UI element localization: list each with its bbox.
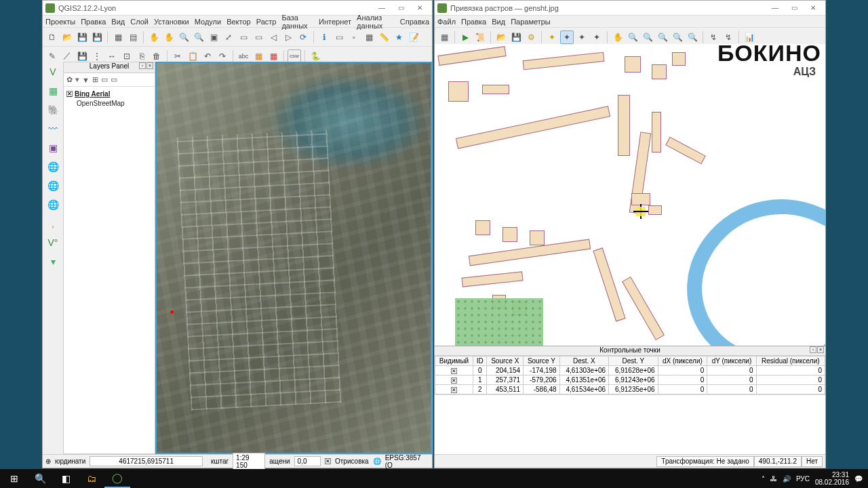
redo-button[interactable]: ↷ <box>216 49 229 63</box>
save-as-button[interactable]: 💾 <box>90 30 104 44</box>
menu-item[interactable]: Интернет <box>319 18 351 26</box>
add-vector-button[interactable]: V <box>45 64 60 79</box>
refresh-button[interactable]: ⟳ <box>296 30 310 44</box>
crs-icon[interactable]: 🌐 <box>373 458 381 465</box>
panel-float-button[interactable]: ▫ <box>139 62 146 69</box>
node-tool-button[interactable]: ⊡ <box>120 49 134 63</box>
save-gcp-button[interactable]: 💾 <box>509 30 523 44</box>
new-project-button[interactable]: 🗋 <box>45 30 59 44</box>
add-mssql-button[interactable]: ▣ <box>45 140 60 155</box>
settings-button[interactable]: ⚙ <box>524 30 538 44</box>
close-button[interactable]: ✕ <box>410 1 429 15</box>
paste-button[interactable]: 📋 <box>186 49 199 63</box>
lang-indicator[interactable]: РУС <box>796 475 810 483</box>
clock-time[interactable]: 23:31 <box>832 471 849 479</box>
zoom-last-button[interactable]: 🔍 <box>671 30 684 44</box>
clock-date[interactable]: 08.02.2016 <box>815 479 849 486</box>
map-canvas-left[interactable] <box>155 62 432 454</box>
menu-item[interactable]: Модули <box>195 18 221 26</box>
menu-item[interactable]: Установки <box>154 18 189 26</box>
label-button[interactable]: abc <box>237 49 250 63</box>
edit-button[interactable]: ／ <box>60 49 74 63</box>
tray-up-icon[interactable]: ˄ <box>762 475 765 483</box>
delete-point-button[interactable]: ✦ <box>560 30 574 44</box>
menu-item[interactable]: Файл <box>437 18 456 26</box>
move-feature-button[interactable]: ↔ <box>105 49 119 63</box>
annotation-button[interactable]: 📝 <box>407 30 420 44</box>
menu-item[interactable]: Слой <box>130 18 149 26</box>
filter-legend-button[interactable]: ▾ <box>75 75 79 84</box>
menu-item[interactable]: База данных <box>281 14 313 30</box>
copy-button[interactable]: ⎘ <box>135 49 149 63</box>
crs-label[interactable]: EPSG:3857 (O <box>385 454 429 469</box>
deselect-button[interactable]: ▫ <box>347 30 361 44</box>
start-button[interactable]: ⊞ <box>1 469 27 488</box>
th-dy[interactable]: Dest. Y <box>609 357 658 366</box>
pan-button[interactable]: ✋ <box>611 30 625 44</box>
minimize-button[interactable]: — <box>766 1 785 15</box>
style-button[interactable]: ✿ <box>66 75 73 84</box>
maximize-button[interactable]: ▭ <box>391 1 410 15</box>
panel-close-button[interactable]: × <box>817 346 824 353</box>
search-button[interactable]: 🔍 <box>27 469 53 488</box>
menu-item[interactable]: Правка <box>461 18 486 26</box>
attributes-button[interactable]: ▦ <box>362 30 376 44</box>
notifications-icon[interactable]: 💬 <box>854 475 863 483</box>
script-button[interactable]: 📜 <box>473 30 487 44</box>
zoom-selection-button[interactable]: ▭ <box>237 30 250 44</box>
layer-item-bing[interactable]: ✕ Bing Aerial <box>66 89 152 98</box>
network-icon[interactable]: 🖧 <box>770 475 777 483</box>
close-button[interactable]: ✕ <box>804 1 823 15</box>
raster-canvas[interactable]: БОКИНО АЦЗ <box>435 44 825 346</box>
cut-button[interactable]: ✂ <box>171 49 184 63</box>
link-qgis-button[interactable]: ↯ <box>707 30 720 44</box>
system-tray[interactable]: ˄ 🖧 🔊 РУС 23:31 08.02.2016 💬 <box>762 471 867 486</box>
plugin-button-1[interactable]: ▦ <box>252 49 265 63</box>
save-edits-button[interactable]: 💾 <box>75 49 89 63</box>
add-feature-button[interactable]: ⋮ <box>90 49 104 63</box>
measure-button[interactable]: 📏 <box>377 30 391 44</box>
zoom-next-button[interactable]: 🔍 <box>686 30 699 44</box>
qgis-task-button[interactable]: ◯ <box>104 469 130 488</box>
add-spatialite-button[interactable]: 〰 <box>45 121 60 136</box>
composer-manager-button[interactable]: ▤ <box>126 30 140 44</box>
menu-item[interactable]: Анализ данных <box>357 14 395 30</box>
zoom-last-button[interactable]: ◁ <box>267 30 280 44</box>
new-gpx-button[interactable]: ▾ <box>45 254 60 269</box>
add-wfs-button[interactable]: 🌐 <box>45 197 60 212</box>
zoom-in-button[interactable]: 🔍 <box>626 30 639 44</box>
menu-item[interactable]: Вид <box>111 18 125 26</box>
add-wcs-button[interactable]: 🌐 <box>45 178 60 193</box>
move-point-button-2[interactable]: ✦ <box>590 30 604 44</box>
zoom-layer-button[interactable]: ▭ <box>252 30 265 44</box>
zoom-layer-button[interactable]: 🔍 <box>656 30 669 44</box>
panel-float-button[interactable]: ▫ <box>810 346 816 353</box>
add-wms-button[interactable]: 🌐 <box>45 159 60 174</box>
add-point-button on[interactable]: ✦ <box>545 30 559 44</box>
zoom-next-button[interactable]: ▷ <box>281 30 295 44</box>
start-button[interactable]: ▶ <box>458 30 472 44</box>
open-raster-button[interactable]: ▦ <box>437 30 451 44</box>
coord-value[interactable]: 4617215,6915711 <box>90 456 203 466</box>
plugin-button-2[interactable]: ▦ <box>267 49 280 63</box>
th-sy[interactable]: Source Y <box>524 357 560 366</box>
volume-icon[interactable]: 🔊 <box>783 475 791 483</box>
layer-item-osm[interactable]: OpenStreetMap <box>66 98 152 108</box>
menu-item[interactable]: Проекты <box>45 18 75 26</box>
menu-item[interactable]: Правка <box>81 18 106 26</box>
histogram-button[interactable]: 📊 <box>743 30 756 44</box>
add-postgis-button[interactable]: 🐘 <box>45 102 60 117</box>
panel-close-button[interactable]: × <box>146 62 153 69</box>
expand-button[interactable]: ⊞ <box>92 75 98 84</box>
bookmark-button[interactable]: ★ <box>392 30 406 44</box>
delete-button[interactable]: 🗑 <box>150 49 163 63</box>
layer-checkbox[interactable]: ✕ <box>66 91 73 97</box>
add-raster-button[interactable]: ▦ <box>45 83 60 98</box>
select-button[interactable]: ▭ <box>332 30 346 44</box>
th-dx[interactable]: Dest. X <box>559 357 608 366</box>
filter-button[interactable]: ▼ <box>82 76 90 84</box>
toggle-edit-button[interactable]: ✎ <box>45 49 59 63</box>
save-project-button[interactable]: 💾 <box>75 30 89 44</box>
link-georef-button[interactable]: ↯ <box>722 30 735 44</box>
th-visible[interactable]: Видимый <box>435 357 473 366</box>
